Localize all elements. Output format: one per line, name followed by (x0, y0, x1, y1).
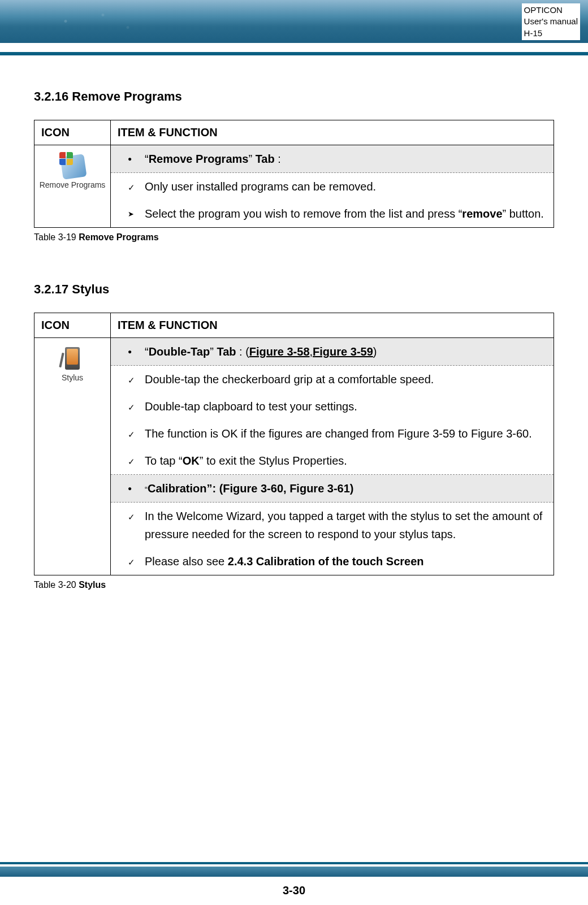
remove-row-2: Select the program you wish to remove fr… (111, 200, 554, 227)
col-header-icon: ICON (34, 120, 111, 145)
decorative-swirl (28, 6, 153, 37)
col-header-function-2: ITEM & FUNCTION (111, 313, 554, 338)
col-header-icon-2: ICON (34, 313, 111, 338)
calibration-r2: Please also see 2.4.3 Calibration of the… (111, 548, 554, 575)
doubletap-tab-text: “Double-Tap” Tab : (Figure 3-58,Figure 3… (145, 343, 544, 361)
footer-bars (0, 862, 588, 877)
remove-tab-text: “Remove Programs” Tab : (145, 150, 544, 168)
header-text-block: OPTICON User's manual H-15 (522, 3, 580, 40)
stylus-r4-text: To tap “OK” to exit the Stylus Propertie… (145, 452, 544, 470)
header-line1: OPTICON (524, 5, 578, 16)
stylus-table: ICON ITEM & FUNCTION Stylus (34, 313, 554, 575)
stylus-icon (59, 345, 85, 371)
stylus-r2-text: Double-tap clapboard to test your settin… (145, 397, 544, 415)
calibration-tab-row: “Calibration”: (Figure 3-60, Figure 3-61… (111, 475, 554, 503)
remove-row2-text: Select the program you wish to remove fr… (145, 205, 544, 223)
check-icon (128, 425, 145, 443)
check-icon (128, 452, 145, 470)
remove-tab-row: “Remove Programs” Tab : (111, 145, 554, 173)
remove-programs-icon-wrapper: Remove Programs (34, 145, 110, 196)
check-icon (128, 552, 145, 570)
bullet-dot-icon (128, 479, 145, 497)
triangle-icon (128, 205, 145, 223)
remove-row-1: Only user installed programs can be remo… (111, 173, 554, 200)
page-number: 3-30 (0, 884, 588, 897)
check-icon (128, 177, 145, 196)
calibration-r1-text: In the Welcome Wizard, you tapped a targ… (145, 507, 544, 543)
header-banner (0, 0, 588, 43)
section-3217-title: 3.2.17 Stylus (34, 282, 554, 297)
table-320-caption: Table 3-20 Stylus (34, 580, 554, 590)
header-line3: H-15 (524, 28, 578, 39)
header-line2: User's manual (524, 16, 578, 27)
table-319-caption: Table 3-19 Remove Programs (34, 232, 554, 243)
remove-programs-icon-label: Remove Programs (40, 180, 106, 189)
calibration-r1: In the Welcome Wizard, you tapped a targ… (111, 503, 554, 548)
section-3216-title: 3.2.16 Remove Programs (34, 89, 554, 104)
bullet-dot-icon (128, 150, 145, 168)
calibration-tab-text: “Calibration”: (Figure 3-60, Figure 3-61… (145, 479, 544, 497)
stylus-r4: To tap “OK” to exit the Stylus Propertie… (111, 447, 554, 475)
stylus-icon-wrapper: Stylus (34, 338, 110, 389)
check-icon (128, 370, 145, 388)
stylus-icon-label: Stylus (62, 373, 83, 382)
stylus-r1: Double-tap the checkerboard grip at a co… (111, 366, 554, 393)
check-icon (128, 397, 145, 415)
stylus-r2: Double-tap clapboard to test your settin… (111, 393, 554, 420)
remove-programs-table: ICON ITEM & FUNCTION Remove Programs (34, 120, 554, 228)
stylus-r1-text: Double-tap the checkerboard grip at a co… (145, 370, 544, 388)
stylus-r3: The function is OK if the figures are ch… (111, 420, 554, 447)
stylus-r3-text: The function is OK if the figures are ch… (145, 425, 544, 443)
remove-row1-text: Only user installed programs can be remo… (145, 177, 544, 196)
calibration-r2-text: Please also see 2.4.3 Calibration of the… (145, 552, 544, 570)
check-icon (128, 507, 145, 525)
bullet-dot-icon (128, 343, 145, 361)
remove-programs-icon (59, 152, 85, 178)
doubletap-tab-row: “Double-Tap” Tab : (Figure 3-58,Figure 3… (111, 338, 554, 366)
col-header-function: ITEM & FUNCTION (111, 120, 554, 145)
